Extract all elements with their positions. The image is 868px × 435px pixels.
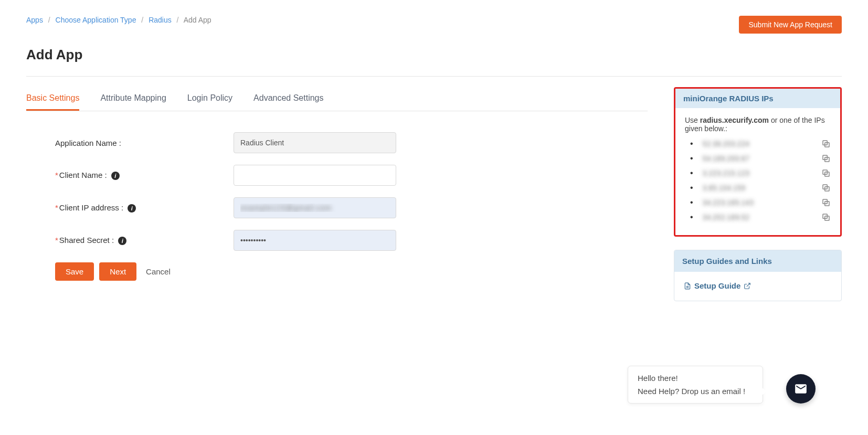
shared-secret-label: *Shared Secret : i xyxy=(55,236,234,245)
breadcrumb-radius[interactable]: Radius xyxy=(149,16,172,24)
copy-icon[interactable] xyxy=(821,154,831,163)
breadcrumb-choose-type[interactable]: Choose Application Type xyxy=(56,16,136,24)
next-button[interactable]: Next xyxy=(99,262,136,281)
info-icon[interactable]: i xyxy=(128,204,136,213)
ip-item-4: 34.223.185.143 xyxy=(690,198,831,207)
document-icon xyxy=(684,282,691,290)
ip-item-5: 34.202.189.52 xyxy=(690,213,831,222)
ip-item-2: 3.223.215.123 xyxy=(690,168,831,178)
shared-secret-input[interactable] xyxy=(234,230,396,251)
copy-icon[interactable] xyxy=(821,139,831,148)
submit-new-app-button[interactable]: Submit New App Request xyxy=(739,16,842,34)
save-button[interactable]: Save xyxy=(55,262,94,281)
tab-login-policy[interactable]: Login Policy xyxy=(187,87,232,111)
tabs: Basic Settings Attribute Mapping Login P… xyxy=(26,87,648,111)
radius-ips-panel: miniOrange RADIUS IPs Use radius.xecurif… xyxy=(674,87,842,237)
ip-item-3: 3.85.104.159 xyxy=(690,183,831,193)
page-title: Add App xyxy=(26,47,842,63)
breadcrumb: Apps / Choose Application Type / Radius … xyxy=(26,16,211,24)
ip-item-1: 54.189.200.67 xyxy=(690,154,831,163)
client-ip-label: *Client IP address : i xyxy=(55,203,234,213)
radius-use-text: Use radius.xecurify.com or one of the IP… xyxy=(685,116,831,133)
ip-item-0: 52.38.203.224 xyxy=(690,139,831,148)
radius-panel-title: miniOrange RADIUS IPs xyxy=(675,89,840,108)
tab-advanced-settings[interactable]: Advanced Settings xyxy=(253,87,323,111)
chat-fab-button[interactable] xyxy=(786,374,816,404)
guides-panel: Setup Guides and Links Setup Guide xyxy=(674,250,842,301)
info-icon[interactable]: i xyxy=(111,172,120,180)
svg-line-14 xyxy=(747,283,750,286)
breadcrumb-apps[interactable]: Apps xyxy=(26,16,43,24)
breadcrumb-current: Add App xyxy=(184,16,211,24)
tab-basic-settings[interactable]: Basic Settings xyxy=(26,87,79,111)
chat-help-text: Need Help? Drop us an email ! xyxy=(638,387,753,396)
info-icon[interactable]: i xyxy=(118,237,126,245)
divider xyxy=(26,76,842,77)
app-name-label: Application Name : xyxy=(55,139,234,147)
copy-icon[interactable] xyxy=(821,183,831,193)
tab-attribute-mapping[interactable]: Attribute Mapping xyxy=(100,87,166,111)
copy-icon[interactable] xyxy=(821,168,831,178)
app-name-input xyxy=(234,132,396,153)
copy-icon[interactable] xyxy=(821,213,831,222)
client-name-label: *Client Name : i xyxy=(55,171,234,180)
chat-greeting: Hello there! xyxy=(638,374,753,383)
external-link-icon xyxy=(744,282,751,290)
guides-panel-title: Setup Guides and Links xyxy=(674,250,841,272)
client-name-input[interactable] xyxy=(234,165,396,186)
client-ip-input[interactable] xyxy=(234,197,396,218)
chat-tooltip: Hello there! Need Help? Drop us an email… xyxy=(628,366,763,404)
mail-icon xyxy=(794,382,808,396)
setup-guide-link[interactable]: Setup Guide xyxy=(684,281,751,290)
copy-icon[interactable] xyxy=(821,198,831,207)
cancel-button[interactable]: Cancel xyxy=(146,267,171,276)
